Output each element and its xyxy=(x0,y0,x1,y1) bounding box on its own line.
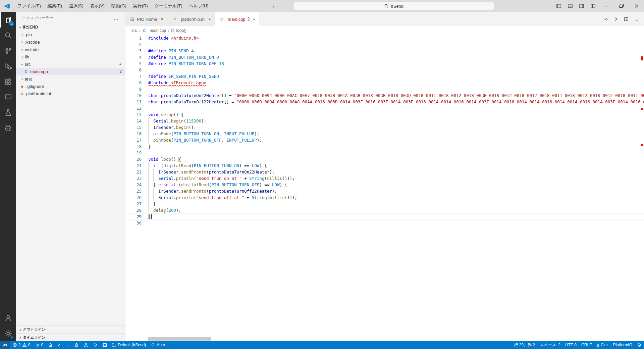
activity-testing-button[interactable] xyxy=(0,105,16,120)
tree-item-.gitignore[interactable]: ◆.gitignore xyxy=(16,83,125,90)
code-line[interactable]: 13void setup() { xyxy=(125,111,644,118)
pio-terminal-button[interactable] xyxy=(100,341,109,349)
search-input[interactable]: irSend xyxy=(293,2,494,10)
cursor-position-indicator[interactable]: 行 29、列 2 xyxy=(512,341,537,349)
tree-item-.vscode[interactable]: ›.vscode xyxy=(16,38,125,46)
problems-indicator[interactable]: 2 0 xyxy=(10,341,33,349)
tree-item-platformio.ini[interactable]: ≡platformio.ini xyxy=(16,90,125,97)
activity-account-button[interactable] xyxy=(0,310,16,326)
code-line[interactable]: 28 delay(200); xyxy=(125,207,644,213)
minimize-button[interactable] xyxy=(599,0,614,12)
sidebar-more-actions-icon[interactable]: … xyxy=(113,15,119,21)
split-editor-button[interactable] xyxy=(622,15,631,23)
code-line[interactable]: 27 } xyxy=(125,201,644,207)
activity-search-button[interactable] xyxy=(0,28,16,43)
pio-home-button[interactable] xyxy=(46,341,55,349)
build-check-button[interactable]: ✓› xyxy=(602,15,610,23)
eol-indicator[interactable]: CRLF xyxy=(579,341,594,349)
indentation-indicator[interactable]: スペース: 2 xyxy=(537,341,563,349)
ports-indicator[interactable]: 0 xyxy=(33,341,46,349)
tree-item-include[interactable]: ›include xyxy=(16,46,125,53)
breadcrumb-src[interactable]: src xyxy=(131,28,137,33)
code-line[interactable]: 22 IrSender.sendPronto(prontoDataTurnOn2… xyxy=(125,169,644,175)
toggle-secondary-sidebar-icon[interactable] xyxy=(576,0,587,12)
modified-dot-icon[interactable]: ● xyxy=(209,17,211,21)
tree-item-lib[interactable]: ›lib xyxy=(16,53,125,60)
code-line[interactable]: 16 pinMode(PIN_BUTTON_TURN_ON, INPUT_PUL… xyxy=(125,131,644,137)
code-line[interactable]: 9 xyxy=(125,86,644,92)
code-line[interactable]: 8#include <IRremote.hpp> xyxy=(125,80,644,86)
restore-button[interactable] xyxy=(614,0,629,12)
remote-indicator[interactable]: >< xyxy=(0,341,10,349)
code-line[interactable]: 18} xyxy=(125,143,644,150)
code-line[interactable]: 30 xyxy=(125,220,644,226)
toggle-sidebar-icon[interactable] xyxy=(553,0,565,12)
code-line[interactable]: 17 pinMode(PIN_BUTTON_TURN_OFF, INPUT_PU… xyxy=(125,137,644,143)
menu-edit[interactable]: 編集(E) xyxy=(44,0,65,12)
outline-panel-header[interactable]: › アウトライン xyxy=(16,326,125,333)
code-line[interactable]: 14 Serial.begin(115200); xyxy=(125,118,644,124)
workspace-section-header[interactable]: › IRSEND xyxy=(16,23,125,31)
code-line[interactable]: 24 } else if (digitalRead(PIN_BUTTON_TUR… xyxy=(125,182,644,188)
code-editor[interactable]: 1#include <Arduino.h>23#define PIN_SEND … xyxy=(125,35,644,341)
code-line[interactable]: 7#define IR_SEND_PIN PIN_SEND xyxy=(125,73,644,80)
activity-run-debug-button[interactable] xyxy=(0,58,16,74)
activity-remote-explorer-button[interactable] xyxy=(0,89,16,105)
tree-item-.pio[interactable]: ›.pio xyxy=(16,31,125,38)
menu-selection[interactable]: 選択(S) xyxy=(65,0,87,12)
activity-explorer-button[interactable]: 2 xyxy=(0,12,16,28)
code-line[interactable]: 4#define PIN_BUTTON_TURN_ON 0 xyxy=(125,54,644,60)
code-line[interactable]: 21 if (digitalRead(PIN_BUTTON_TURN_ON) =… xyxy=(125,162,644,169)
code-line[interactable]: 29} xyxy=(125,213,644,220)
scrollbar-thumb[interactable] xyxy=(148,337,211,341)
code-line[interactable]: 5#define PIN_BUTTON_TURN_OFF 18 xyxy=(125,60,644,67)
code-line[interactable]: 10char prontoDataTurnOn22Heater[] = "000… xyxy=(125,92,644,99)
tab-platformio-ini[interactable]: ≡ platformio.ini ● xyxy=(168,12,215,26)
code-line[interactable]: 1#include <Arduino.h> xyxy=(125,35,644,41)
menu-file[interactable]: ファイル(F) xyxy=(14,0,44,12)
close-icon[interactable]: ✕ xyxy=(161,17,164,21)
language-mode-indicator[interactable]: {} C++ xyxy=(594,341,610,349)
horizontal-scrollbar[interactable] xyxy=(125,337,639,341)
toggle-panel-icon[interactable] xyxy=(565,0,576,12)
forward-arrow-icon[interactable]: → xyxy=(282,3,290,9)
pio-port-selector[interactable]: Auto xyxy=(148,341,167,349)
code-line[interactable]: 15 IrSender.begin(); xyxy=(125,124,644,131)
menu-terminal[interactable]: ターミナル(T) xyxy=(151,0,186,12)
pio-clean-button[interactable] xyxy=(72,341,81,349)
tree-item-src[interactable]: ›src● xyxy=(16,60,125,68)
customize-layout-icon[interactable] xyxy=(587,0,599,12)
activity-source-control-button[interactable] xyxy=(0,43,16,58)
breadcrumb-loop-symbol[interactable]: loop() xyxy=(171,28,186,33)
timeline-panel-header[interactable]: › タイムライン xyxy=(16,333,125,341)
pio-build-button[interactable]: ✓ xyxy=(55,341,63,349)
activity-settings-button[interactable] xyxy=(0,326,16,341)
back-arrow-icon[interactable]: ← xyxy=(270,3,278,9)
code-line[interactable]: 6 xyxy=(125,67,644,73)
overview-ruler[interactable] xyxy=(639,35,644,341)
tab-pio-home[interactable]: PIO Home ✕ xyxy=(125,12,168,26)
menu-run[interactable]: 実行(R) xyxy=(130,0,151,12)
code-line[interactable]: 19 xyxy=(125,150,644,156)
code-line[interactable]: 11char prontoDataTurnOff22Heater[] = "00… xyxy=(125,99,644,105)
menu-help[interactable]: ヘルプ(H) xyxy=(186,0,212,12)
run-debug-button[interactable] xyxy=(612,15,621,23)
pio-serial-monitor-button[interactable] xyxy=(91,341,100,349)
tree-item-test[interactable]: ›test xyxy=(16,75,125,83)
pio-env-selector[interactable]: Default (irSend) xyxy=(109,341,148,349)
code-line[interactable]: 26 Serial.println("send trun off at " + … xyxy=(125,194,644,201)
code-line[interactable]: 25 IrSender.sendPronto(prontoDataTurnOff… xyxy=(125,188,644,194)
code-line[interactable]: 12 xyxy=(125,105,644,111)
notifications-button[interactable] xyxy=(635,341,644,349)
pio-upload-button[interactable]: → xyxy=(63,341,72,349)
tree-item-main.cpp[interactable]: Cmain.cpp2 xyxy=(16,68,125,75)
pio-test-button[interactable] xyxy=(81,341,91,349)
activity-extensions-button[interactable] xyxy=(0,74,16,89)
code-line[interactable]: 3#define PIN_SEND 4 xyxy=(125,48,644,54)
activity-platformio-button[interactable] xyxy=(0,120,16,136)
code-line[interactable]: 23 Serial.println("send trun on at " + S… xyxy=(125,175,644,182)
encoding-indicator[interactable]: UTF-8 xyxy=(563,341,579,349)
code-line[interactable]: 2 xyxy=(125,41,644,48)
menu-view[interactable]: 表示(V) xyxy=(87,0,108,12)
tab-main-cpp[interactable]: C main.cpp 2 ● xyxy=(215,12,259,26)
